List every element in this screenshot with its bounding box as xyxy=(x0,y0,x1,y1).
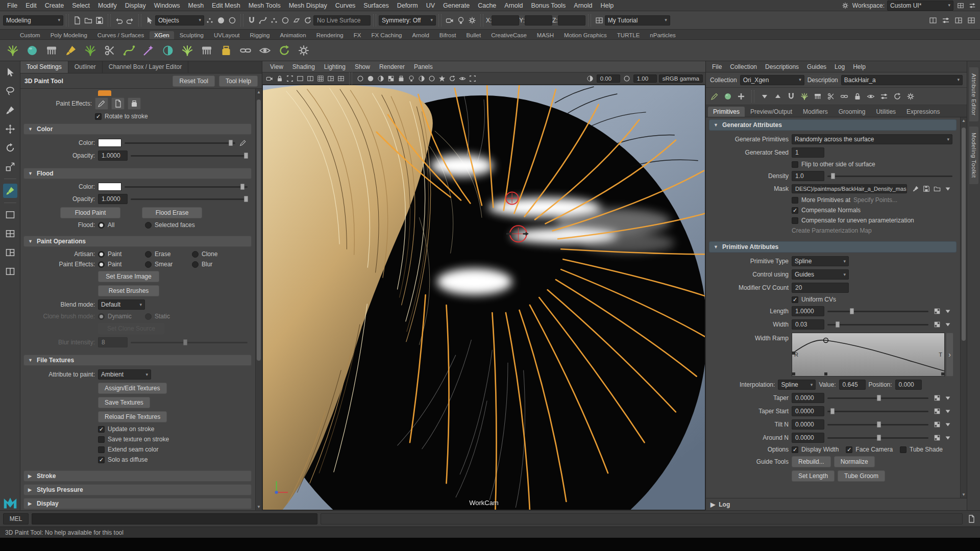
menu-item[interactable]: Surfaces xyxy=(359,2,393,9)
artisan-erase-radio[interactable] xyxy=(145,251,152,258)
select-camera-icon[interactable] xyxy=(265,74,274,83)
group-grip[interactable] xyxy=(588,14,591,27)
xgen-comb-icon[interactable] xyxy=(198,42,215,59)
workspace-gear-icon[interactable] xyxy=(841,1,850,10)
menu-item[interactable]: File xyxy=(3,2,21,9)
viewport-menu-item[interactable]: Renderer xyxy=(375,63,409,70)
shelf-tab[interactable]: Curves / Surfaces xyxy=(93,31,149,39)
select-component-icon[interactable] xyxy=(227,15,238,26)
scroll-down-icon[interactable] xyxy=(256,504,262,510)
taper-start-field[interactable]: 0.0000 xyxy=(792,406,824,416)
paint-select-tool-icon[interactable] xyxy=(3,103,17,117)
shelf-tab[interactable]: CreativeCase xyxy=(486,31,531,39)
generator-seed-field[interactable]: 1 xyxy=(792,147,824,158)
group-grip[interactable] xyxy=(138,14,141,27)
tilt-n-slider[interactable] xyxy=(827,420,928,429)
shelf-tab[interactable]: FX Caching xyxy=(366,31,406,39)
field-chart-icon[interactable] xyxy=(316,74,325,83)
extend-seam-color-checkbox[interactable] xyxy=(98,446,105,453)
toggle-tool-settings-icon[interactable] xyxy=(940,15,951,26)
workspace-preset-dropdown[interactable]: My Tutorial xyxy=(605,15,670,26)
flood-color-swatch[interactable] xyxy=(98,183,121,191)
color-section-header[interactable]: Color xyxy=(23,123,252,135)
brush-image-icon[interactable] xyxy=(111,97,125,110)
menu-item[interactable]: UV xyxy=(422,2,439,9)
collapsed-section-header[interactable]: Stroke xyxy=(23,470,252,482)
mask-save-icon[interactable] xyxy=(922,184,931,193)
flood-selected-faces-radio[interactable] xyxy=(145,222,152,229)
menu-item[interactable]: Cache xyxy=(474,2,500,9)
length-map-icon[interactable] xyxy=(933,307,942,316)
scroll-up-icon[interactable] xyxy=(961,117,967,124)
menu-item[interactable]: Edit Mesh xyxy=(208,2,244,9)
shelf-tab[interactable]: Custom xyxy=(15,31,45,39)
rotate-tool-icon[interactable] xyxy=(3,141,17,155)
snap-to-point-icon[interactable] xyxy=(268,15,280,26)
workspace-dropdown[interactable]: Custom UI* xyxy=(887,1,953,11)
xgen-tab[interactable]: Modifiers xyxy=(798,107,833,117)
sliders-icon[interactable] xyxy=(878,91,890,102)
xgen-sphere-preview-icon[interactable] xyxy=(159,42,177,59)
collection-dropdown[interactable]: Ori_Xgen xyxy=(740,75,804,85)
export-collection-icon[interactable] xyxy=(772,91,783,102)
select-object-icon[interactable] xyxy=(215,15,227,26)
wireframe-on-shaded-icon[interactable] xyxy=(376,74,385,83)
width-map-icon[interactable] xyxy=(933,320,942,329)
menu-item[interactable]: Select xyxy=(68,2,94,9)
tool-help-button[interactable]: Tool Help xyxy=(219,76,258,87)
save-texture-on-stroke-checkbox[interactable] xyxy=(98,436,105,443)
xgen-update-preview-icon[interactable] xyxy=(276,42,293,59)
flood-section-header[interactable]: Flood xyxy=(23,168,252,179)
artisan-clone-radio[interactable] xyxy=(192,251,199,258)
blur-intensity-slider[interactable] xyxy=(131,338,248,346)
ramp-expand-button[interactable] xyxy=(946,333,953,377)
uniform-cvs-checkbox[interactable] xyxy=(792,296,798,303)
xgen-scrollbar[interactable] xyxy=(960,117,967,498)
group-grip[interactable] xyxy=(438,14,442,27)
xgen-tab[interactable]: Utilities xyxy=(871,107,901,117)
xgen-menu-item[interactable]: Help xyxy=(849,63,870,70)
shelf-tab[interactable]: Rigging xyxy=(246,31,275,39)
redo-icon[interactable] xyxy=(125,15,136,26)
viewport-menu-item[interactable]: Panels xyxy=(409,63,437,70)
ambient-occlusion-icon[interactable] xyxy=(427,74,436,83)
menu-item[interactable]: Help xyxy=(596,2,618,9)
attribute-to-paint-dropdown[interactable]: Ambient xyxy=(98,369,151,380)
create-parameterization-map-button[interactable]: Create Parameterization Map xyxy=(792,227,872,234)
taper-start-expression-icon[interactable] xyxy=(943,407,952,416)
xgen-settings-icon[interactable] xyxy=(295,42,312,59)
layout-single-pane-icon[interactable] xyxy=(3,208,17,222)
scroll-down-icon[interactable] xyxy=(961,491,967,498)
viewport-menu-item[interactable]: Shading xyxy=(288,63,320,70)
toggle-channel-box-icon[interactable] xyxy=(966,15,977,26)
workspace-preset-icon[interactable] xyxy=(594,15,605,26)
collapsed-section-header[interactable]: Display xyxy=(23,498,252,509)
new-scene-icon[interactable] xyxy=(71,15,83,26)
snap-to-grid-icon[interactable] xyxy=(246,15,257,26)
viewport-menu-item[interactable]: Show xyxy=(350,63,375,70)
assign-edit-textures-button[interactable]: Assign/Edit Textures xyxy=(98,383,167,394)
viewport-menu-item[interactable]: Lighting xyxy=(320,63,350,70)
viewport-3d-canvas[interactable]: WorkCam xyxy=(262,85,705,510)
move-tool-icon[interactable] xyxy=(3,122,17,136)
panel-tab[interactable]: Channel Box / Layer Editor xyxy=(103,61,188,73)
around-n-field[interactable]: 0.0000 xyxy=(792,433,824,443)
open-scene-icon[interactable] xyxy=(83,15,94,26)
opacity-field[interactable]: 1.0000 xyxy=(98,151,128,161)
xgen-visibility-icon[interactable] xyxy=(256,42,274,59)
normalize-button[interactable]: Normalize xyxy=(834,456,875,467)
wireframe-icon[interactable] xyxy=(356,74,365,83)
set-clone-source-button[interactable]: Set Clone Source xyxy=(98,323,164,334)
group-grip[interactable] xyxy=(373,14,376,27)
scroll-up-icon[interactable] xyxy=(256,89,262,95)
rebuild-button[interactable]: Rebuild... xyxy=(792,456,831,467)
resolution-gate-icon[interactable] xyxy=(296,74,305,83)
taper-slider[interactable] xyxy=(827,394,928,402)
shelf-tab[interactable]: nParticles xyxy=(645,31,680,39)
workspace-options-icon[interactable] xyxy=(968,1,977,10)
brush-pencil-icon[interactable] xyxy=(95,97,108,110)
mel-input-field[interactable] xyxy=(32,513,317,524)
xgen-paint-mask-icon[interactable] xyxy=(217,42,235,59)
set-erase-image-button[interactable]: Set Erase Image xyxy=(98,271,159,282)
xgen-tab[interactable]: Primitives xyxy=(708,107,745,117)
